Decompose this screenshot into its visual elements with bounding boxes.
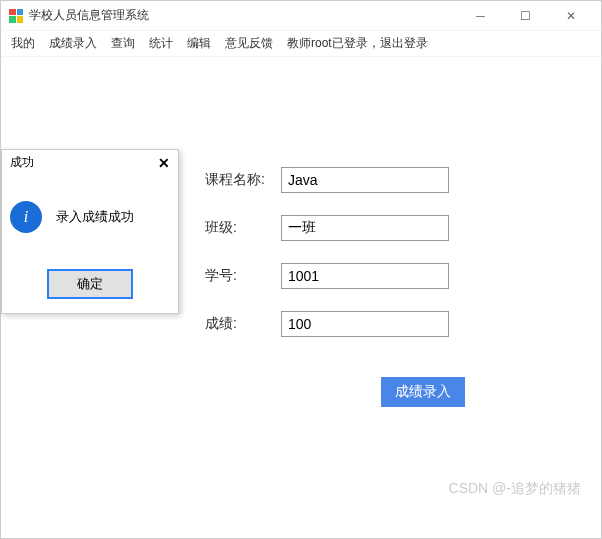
menu-edit[interactable]: 编辑: [187, 35, 211, 52]
row-score: 成绩:: [1, 311, 601, 337]
dialog-header: 成功 ✕: [2, 150, 178, 175]
menu-stats[interactable]: 统计: [149, 35, 173, 52]
menu-score-entry[interactable]: 成绩录入: [49, 35, 97, 52]
course-input[interactable]: [281, 167, 449, 193]
minimize-button[interactable]: ─: [458, 2, 503, 30]
close-button[interactable]: ✕: [548, 2, 593, 30]
menu-my[interactable]: 我的: [11, 35, 35, 52]
menu-query[interactable]: 查询: [111, 35, 135, 52]
menubar: 我的 成绩录入 查询 统计 编辑 意见反馈 教师root已登录，退出登录: [1, 31, 601, 57]
score-label: 成绩:: [1, 315, 281, 333]
id-input[interactable]: [281, 263, 449, 289]
menu-logout[interactable]: 教师root已登录，退出登录: [287, 35, 428, 52]
ok-button[interactable]: 确定: [47, 269, 133, 299]
main-window: 学校人员信息管理系统 ─ ☐ ✕ 我的 成绩录入 查询 统计 编辑 意见反馈 教…: [0, 0, 602, 539]
window-title: 学校人员信息管理系统: [29, 7, 149, 24]
window-controls: ─ ☐ ✕: [458, 2, 593, 30]
class-input[interactable]: [281, 215, 449, 241]
dialog-message: 录入成绩成功: [56, 208, 134, 226]
submit-button[interactable]: 成绩录入: [381, 377, 465, 407]
close-icon[interactable]: ✕: [158, 155, 170, 171]
maximize-button[interactable]: ☐: [503, 2, 548, 30]
info-icon: i: [10, 201, 42, 233]
success-dialog: 成功 ✕ i 录入成绩成功 确定: [1, 149, 179, 314]
menu-feedback[interactable]: 意见反馈: [225, 35, 273, 52]
titlebar: 学校人员信息管理系统 ─ ☐ ✕: [1, 1, 601, 31]
dialog-title: 成功: [10, 154, 34, 171]
dialog-body: i 录入成绩成功: [2, 175, 178, 263]
watermark: CSDN @-追梦的猪猪: [449, 480, 581, 498]
app-icon: [9, 9, 23, 23]
score-input[interactable]: [281, 311, 449, 337]
dialog-footer: 确定: [2, 263, 178, 313]
